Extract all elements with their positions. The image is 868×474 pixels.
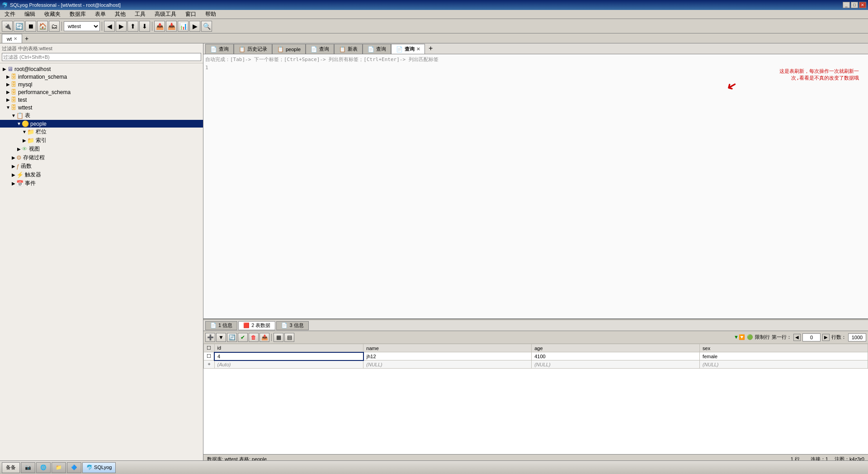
tree-columns[interactable]: ▼ 📁 栏位 — [0, 128, 203, 136]
close-button[interactable]: ✕ — [859, 2, 866, 8]
taskbar-app1[interactable]: 📷 — [21, 462, 35, 473]
menu-database[interactable]: 数据库 — [67, 9, 89, 19]
menu-file[interactable]: 文件 — [2, 9, 18, 19]
add-query-tab-button[interactable]: + — [425, 43, 436, 54]
cell-null-sex[interactable]: (NULL) — [700, 360, 868, 369]
tree-db-information-schema[interactable]: ▶ 🗄 information_schema — [0, 73, 203, 81]
sidebar-filter-input[interactable] — [2, 53, 201, 61]
taskbar-sqlyog[interactable]: 🐬 SQLyog — [82, 462, 116, 473]
first-row-input[interactable] — [802, 333, 821, 341]
tree-db-performance-schema[interactable]: ▶ 🗄 performance_schema — [0, 88, 203, 96]
tree-label: 索引 — [36, 137, 47, 144]
query-tab-active[interactable]: 📄 查询 ✕ — [391, 44, 425, 54]
cell-age[interactable]: 4100 — [532, 352, 700, 360]
green-check-btn[interactable]: ✔ — [238, 333, 248, 342]
expand-icon: ▼ — [16, 121, 22, 126]
title-bar-controls[interactable]: _ □ ✕ — [843, 2, 866, 8]
upload-btn[interactable]: 📤 — [259, 333, 269, 342]
cell-id[interactable]: 4 — [214, 352, 363, 360]
tree-db-wttest[interactable]: ▼ 🗄 wttest — [0, 104, 203, 111]
database-selector[interactable]: wttest — [64, 21, 100, 31]
export-button[interactable]: 📤 — [154, 21, 165, 32]
menu-favorites[interactable]: 收藏夹 — [42, 9, 63, 19]
menu-help[interactable]: 帮助 — [203, 9, 219, 19]
maximize-button[interactable]: □ — [851, 2, 858, 8]
grid-view-btn[interactable]: ▦ — [274, 333, 283, 342]
taskbar-app2[interactable]: 🌐 — [36, 462, 51, 473]
taskbar-start[interactable]: 备备 — [2, 462, 20, 473]
result-tab-data[interactable]: 🟥 2 表数据 — [238, 321, 275, 330]
tree-root[interactable]: ▶ 🖥 root@localhost — [0, 65, 203, 73]
result-tab-info2[interactable]: 📄 3 信息 — [276, 321, 308, 330]
query-tab-label: 查询 — [319, 46, 329, 52]
query-tab-history[interactable]: 📋 历史记录 — [234, 44, 272, 54]
green-circle-icon: 🟢 — [747, 334, 753, 340]
backup-button[interactable]: 🗂 — [49, 21, 60, 32]
menu-advanced[interactable]: 高级工具 — [152, 9, 179, 19]
refresh-btn[interactable]: 🔄 — [227, 333, 237, 342]
taskbar-app3[interactable]: 📁 — [52, 462, 66, 473]
menu-edit[interactable]: 编辑 — [22, 9, 38, 19]
cell-null-name[interactable]: (NULL) — [363, 360, 532, 369]
tree-triggers[interactable]: ▶ ⚡ 触发器 — [0, 171, 203, 179]
first-row-prev[interactable]: ◀ — [793, 334, 801, 341]
menu-other[interactable]: 其他 — [112, 9, 128, 19]
down-button[interactable]: ⬇ — [139, 21, 150, 32]
menu-table[interactable]: 表单 — [92, 9, 108, 19]
cell-auto[interactable]: (Auto) — [214, 360, 363, 369]
tree-procedures[interactable]: ▶ ⚙ 存储过程 — [0, 153, 203, 162]
query-editor[interactable]: 自动完成：[Tab]-> 下一个标签；[Ctrl+Space]-> 列出所有标签… — [203, 54, 868, 319]
session-tab-wt[interactable]: wt ✕ — [2, 34, 22, 43]
new-connection-button[interactable]: 🔌 — [2, 21, 13, 32]
tree-label: test — [18, 97, 27, 103]
session-tab-close[interactable]: ✕ — [14, 36, 17, 41]
tree-views[interactable]: ▶ 👁 视图 — [0, 145, 203, 153]
filter-btn[interactable]: ▼ — [216, 333, 226, 342]
new-session-tab-button[interactable]: + — [22, 34, 31, 43]
tree-functions[interactable]: ▶ ƒ 函数 — [0, 162, 203, 171]
menu-window[interactable]: 窗口 — [183, 9, 199, 19]
result-tab-info[interactable]: 📄 1 信息 — [205, 321, 237, 330]
stop-button[interactable]: ⏹ — [25, 21, 36, 32]
autocomplete-hint: 自动完成：[Tab]-> 下一个标签；[Ctrl+Space]-> 列出所有标签… — [205, 56, 866, 63]
query-tab-2[interactable]: 📄 查询 — [306, 44, 334, 54]
add-row-button[interactable]: ➕ — [205, 333, 215, 342]
import-button[interactable]: 📥 — [166, 21, 177, 32]
query-tab-1[interactable]: 📄 查询 — [205, 44, 234, 54]
cell-name[interactable]: jh12 — [363, 352, 532, 360]
home-button[interactable]: 🏠 — [37, 21, 48, 32]
cell-null-age[interactable]: (NULL) — [532, 360, 700, 369]
tree-db-mysql[interactable]: ▶ 🗄 mysql — [0, 81, 203, 88]
tree-label: performance_schema — [18, 89, 71, 95]
query-tab-newtable[interactable]: 📋 新表 — [334, 44, 363, 54]
prev-button[interactable]: ◀ — [104, 21, 115, 32]
expand-icon: ▶ — [11, 155, 16, 160]
tree-table-people[interactable]: ▼ 🟡 people — [0, 120, 203, 128]
analyze-button[interactable]: 🔍 — [201, 21, 212, 32]
menu-tools[interactable]: 工具 — [132, 9, 148, 19]
tree-indexes[interactable]: ▶ 📁 索引 — [0, 136, 203, 145]
cell-sex[interactable]: female — [700, 352, 868, 360]
query-tab-people[interactable]: 📋 people — [272, 44, 306, 54]
sidebar: 过滤器 中的表格:wttest ▶ 🖥 root@localhost ▶ 🗄 i… — [0, 43, 203, 464]
execute-button[interactable]: ▶ — [189, 21, 200, 32]
refresh-button[interactable]: 🔄 — [14, 21, 24, 32]
row-count-input[interactable] — [848, 333, 866, 341]
query-tab-close[interactable]: ✕ — [416, 47, 420, 52]
row-checkbox[interactable]: ☐ — [204, 352, 215, 360]
schema-button[interactable]: 📊 — [178, 21, 189, 32]
expand-icon: ▶ — [11, 181, 16, 186]
tree-db-test[interactable]: ▶ 🗄 test — [0, 96, 203, 104]
list-view-btn[interactable]: ▤ — [284, 333, 294, 342]
tree-category-tables[interactable]: ▼ 📋 表 — [0, 111, 203, 120]
taskbar-app4[interactable]: 🔷 — [67, 462, 81, 473]
expand-icon: ▶ — [5, 74, 11, 79]
up-button[interactable]: ⬆ — [127, 21, 138, 32]
next-button[interactable]: ▶ — [116, 21, 127, 32]
delete-btn[interactable]: 🗑 — [249, 333, 259, 342]
query-tab-label: 查询 — [219, 46, 229, 52]
query-tab-3[interactable]: 📄 查询 — [363, 44, 391, 54]
minimize-button[interactable]: _ — [843, 2, 850, 8]
tree-events[interactable]: ▶ 📅 事件 — [0, 179, 203, 188]
first-row-next[interactable]: ▶ — [822, 334, 830, 341]
